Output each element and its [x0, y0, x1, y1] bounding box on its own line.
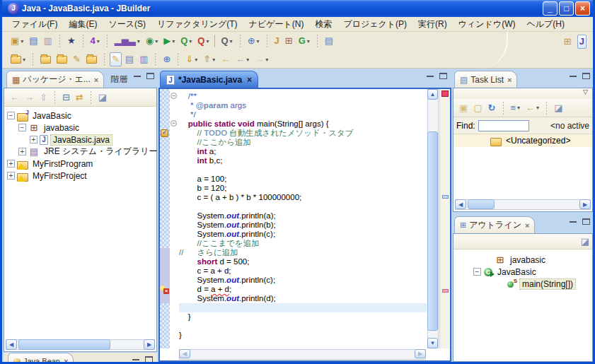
forward-button[interactable]: →▾: [253, 52, 270, 66]
forward-button[interactable]: →: [23, 90, 36, 105]
new-task-button[interactable]: ▣: [457, 101, 470, 115]
code-editor[interactable]: − /** * @param args */− public static vo…: [158, 88, 451, 362]
tab-hierarchy[interactable]: 階層: [105, 71, 133, 88]
maximize-editor-button[interactable]: [437, 71, 449, 81]
scroll-right-icon[interactable]: ▶: [579, 199, 591, 209]
save-button[interactable]: ▤: [27, 34, 40, 48]
print-button[interactable]: ▥: [42, 34, 54, 48]
new-wizard-button[interactable]: ▣▾: [8, 34, 25, 48]
run-history-button[interactable]: Q▾: [178, 34, 194, 48]
find-input[interactable]: [478, 120, 529, 131]
web-browser-button[interactable]: ⊕▾: [245, 34, 262, 48]
last-edit-location-button[interactable]: ←: [219, 52, 232, 66]
expander-plus-icon[interactable]: +: [18, 148, 26, 155]
new-folder-button[interactable]: ▾: [8, 52, 28, 66]
new-java-element-button[interactable]: J: [272, 34, 282, 48]
copy-view-button[interactable]: ▤: [123, 52, 136, 66]
copy-all-button[interactable]: ▥: [137, 52, 150, 66]
minimize-view-button[interactable]: [130, 355, 141, 362]
tree-item[interactable]: +MyFirstProgram: [4, 158, 156, 170]
expander-plus-icon[interactable]: +: [7, 160, 15, 168]
back-button[interactable]: ←: [8, 90, 21, 105]
tasklist-category-row[interactable]: <Uncategorized>: [454, 134, 592, 147]
focus-active-task-button[interactable]: ◪: [579, 235, 591, 249]
open-perspective-button[interactable]: ⊞: [562, 35, 574, 49]
open-file-button[interactable]: [38, 52, 53, 66]
error-summary-marker[interactable]: [441, 90, 449, 97]
maximize-button[interactable]: □: [559, 1, 574, 16]
minimize-view-button[interactable]: [567, 217, 579, 227]
open-mail-button[interactable]: [54, 52, 69, 66]
tree-item[interactable]: ⊞javabasic: [470, 254, 592, 266]
menu-item[interactable]: リファクタリング(T): [151, 17, 243, 32]
expander-plus-icon[interactable]: +: [7, 172, 15, 180]
menu-item[interactable]: プロジェクト(P): [337, 17, 412, 32]
tab-package-explorer[interactable]: ▦ パッケージ・エ... ×: [6, 71, 104, 88]
editor-hscrollbar[interactable]: ◀ ▶: [179, 349, 426, 360]
menu-item[interactable]: ソース(S): [103, 17, 151, 32]
new-category-button[interactable]: ▢: [471, 101, 484, 115]
scroll-thumb[interactable]: [468, 199, 495, 209]
new-layout-button[interactable]: ⊞: [283, 34, 295, 48]
minimize-button[interactable]: _: [543, 1, 558, 16]
web-globe-button[interactable]: ⊕: [161, 52, 173, 66]
task-presentation-button[interactable]: ≡▾: [509, 101, 523, 115]
profile-button[interactable]: ▂▅▃▾: [112, 34, 142, 48]
minimize-view-button[interactable]: [567, 71, 579, 81]
synchronize-button[interactable]: ↻: [486, 101, 498, 115]
expander-minus-icon[interactable]: −: [473, 268, 481, 276]
expander-plus-icon[interactable]: +: [30, 136, 37, 143]
focus-active-task-button[interactable]: ◪: [552, 101, 565, 115]
fold-collapse-icon[interactable]: −: [171, 120, 177, 127]
link-with-editor-button[interactable]: ⇄: [74, 90, 86, 105]
overview-ruler[interactable]: [439, 89, 450, 348]
menu-item[interactable]: ウィンドウ(W): [453, 17, 521, 32]
external-tools-button[interactable]: Q▾: [195, 34, 211, 48]
close-button[interactable]: ×: [575, 1, 590, 16]
scroll-left-icon[interactable]: ◀: [455, 199, 466, 209]
scroll-left-icon[interactable]: ◀: [6, 339, 17, 350]
jbuilder-tool-button[interactable]: 4▾: [88, 34, 102, 48]
tree-item[interactable]: −⊞javabasic: [4, 122, 156, 134]
minimize-editor-button[interactable]: [424, 71, 436, 81]
tree-item[interactable]: −JavaBasic: [4, 110, 156, 122]
collapse-all-button[interactable]: ⊟: [60, 90, 72, 105]
maximize-view-button[interactable]: [580, 71, 591, 81]
expander-minus-icon[interactable]: −: [18, 124, 26, 131]
scroll-right-icon[interactable]: ▶: [415, 349, 426, 358]
search-run-button[interactable]: Q▾: [219, 34, 234, 48]
menu-item[interactable]: 実行(R): [412, 17, 453, 32]
maximize-view-button[interactable]: [580, 217, 591, 227]
tasklist-hscrollbar[interactable]: ◀ ▶: [455, 199, 591, 210]
close-tab-icon[interactable]: ×: [247, 75, 252, 85]
close-tab-icon[interactable]: ×: [64, 357, 68, 363]
run-button[interactable]: ▶▾: [161, 34, 177, 48]
package-explorer-hscrollbar[interactable]: ◀ ▶: [6, 339, 155, 350]
scroll-thumb[interactable]: [18, 339, 110, 350]
task-marker[interactable]: [442, 195, 449, 199]
debug-bug-button[interactable]: ◉▾: [144, 34, 160, 48]
error-marker[interactable]: [442, 289, 449, 293]
scroll-down-icon[interactable]: ▼: [427, 338, 438, 348]
debug-jbuilder-button[interactable]: ★: [65, 34, 78, 48]
quickfix-error-icon[interactable]: [160, 285, 169, 293]
menu-item[interactable]: ファイル(F): [6, 17, 63, 32]
close-tab-icon[interactable]: ×: [507, 76, 512, 84]
tree-item[interactable]: +▤JRE システム・ライブラリー [jre]: [4, 146, 156, 158]
tree-item[interactable]: main(String[]): [470, 278, 592, 290]
scroll-up-icon[interactable]: ▲: [427, 89, 438, 100]
focus-active-task-button[interactable]: ◪: [96, 90, 109, 105]
menu-item[interactable]: ナビゲート(N): [243, 17, 310, 32]
tab-task-list[interactable]: ▤ Task List ×: [454, 71, 517, 88]
export-button[interactable]: ⇑▾: [201, 52, 217, 66]
close-tab-icon[interactable]: ×: [525, 221, 529, 230]
tab-outline[interactable]: ⊞ アウトライン ×: [454, 216, 535, 233]
tab-java-bean[interactable]: Java Bean ×: [8, 353, 74, 362]
fold-collapse-icon[interactable]: −: [171, 93, 177, 99]
scroll-thumb[interactable]: [427, 131, 438, 331]
highlighter-button[interactable]: ✎: [110, 52, 122, 66]
open-resource-button[interactable]: [84, 52, 99, 66]
menu-item[interactable]: 検索: [309, 17, 337, 32]
go-back-button[interactable]: ←▾: [524, 101, 541, 115]
editor-vscrollbar[interactable]: ▲ ▼: [427, 89, 439, 348]
